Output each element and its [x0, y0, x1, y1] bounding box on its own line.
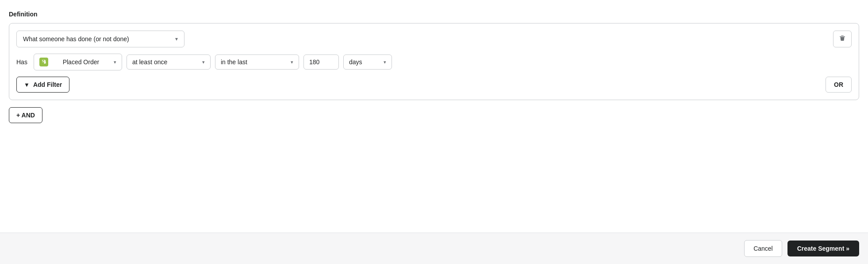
at-least-chevron-icon: ▾ [202, 59, 205, 65]
days-number-input[interactable] [303, 54, 339, 70]
add-filter-button[interactable]: ▼ Add Filter [16, 77, 69, 93]
bottom-row: ▼ Add Filter OR [16, 77, 852, 93]
in-the-last-chevron-icon: ▾ [291, 59, 293, 65]
trash-icon [839, 35, 846, 43]
what-done-chevron-icon: ▾ [175, 36, 178, 42]
delete-condition-button[interactable] [833, 31, 852, 47]
days-unit-label: days [349, 58, 362, 66]
shopify-icon [39, 58, 48, 66]
svg-rect-1 [39, 58, 48, 66]
at-least-once-dropdown[interactable]: at least once ▾ [127, 54, 211, 70]
create-segment-button[interactable]: Create Segment » [787, 241, 859, 256]
create-segment-label: Create Segment » [797, 245, 849, 252]
in-the-last-label: in the last [221, 58, 247, 66]
filter-row: Has Placed Order ▾ at least once ▾ in th… [16, 54, 852, 70]
days-unit-chevron-icon: ▾ [384, 59, 386, 65]
in-the-last-dropdown[interactable]: in the last ▾ [215, 54, 299, 70]
and-label: + AND [16, 112, 35, 119]
placed-order-label: Placed Order [63, 58, 99, 66]
definition-title: Definition [9, 11, 859, 18]
card-top-row: What someone has done (or not done) ▾ [16, 31, 852, 47]
and-button[interactable]: + AND [9, 107, 42, 123]
footer-bar: Cancel Create Segment » [0, 233, 868, 264]
what-done-dropdown-label: What someone has done (or not done) [23, 35, 129, 43]
what-done-dropdown[interactable]: What someone has done (or not done) ▾ [16, 31, 184, 47]
or-label: OR [834, 81, 843, 88]
has-label: Has [16, 58, 27, 66]
cancel-label: Cancel [753, 245, 773, 252]
days-unit-dropdown[interactable]: days ▾ [343, 54, 392, 70]
at-least-once-label: at least once [132, 58, 167, 66]
placed-order-chevron-icon: ▾ [114, 59, 116, 65]
add-filter-label: Add Filter [33, 81, 62, 88]
svg-rect-0 [840, 36, 845, 37]
or-button[interactable]: OR [826, 77, 852, 93]
placed-order-dropdown[interactable]: Placed Order ▾ [34, 54, 122, 70]
definition-card: What someone has done (or not done) ▾ Ha… [9, 23, 859, 100]
filter-icon: ▼ [24, 82, 30, 88]
cancel-button[interactable]: Cancel [744, 240, 782, 257]
